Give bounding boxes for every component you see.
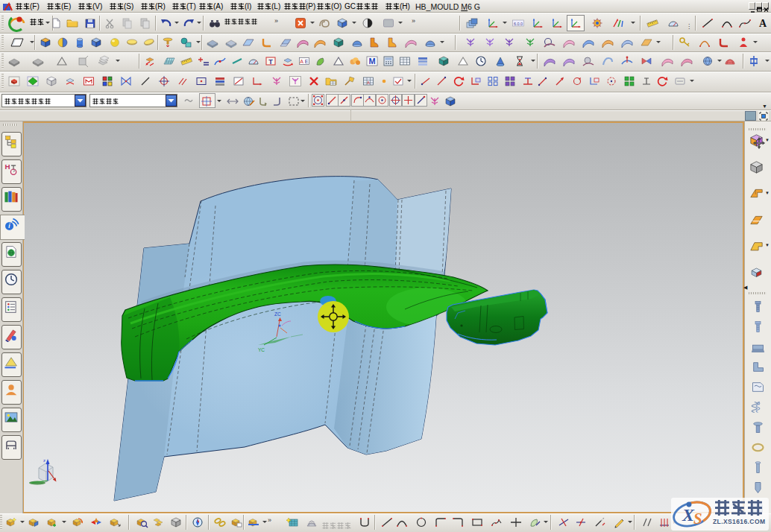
svg-text:T: T	[268, 58, 273, 66]
svg-text:YC: YC	[258, 347, 265, 352]
svg-text:S: S	[693, 510, 702, 528]
svg-text:z: z	[43, 458, 45, 463]
svg-text:ZC: ZC	[274, 311, 281, 317]
svg-text:M: M	[368, 57, 375, 66]
svg-text:E: E	[305, 59, 309, 64]
svg-text:6.0.0: 6.0.0	[514, 22, 523, 26]
svg-text:H: H	[4, 162, 10, 171]
svg-text:A: A	[300, 59, 303, 64]
svg-text:A: A	[367, 80, 370, 85]
svg-text:A: A	[759, 18, 767, 29]
